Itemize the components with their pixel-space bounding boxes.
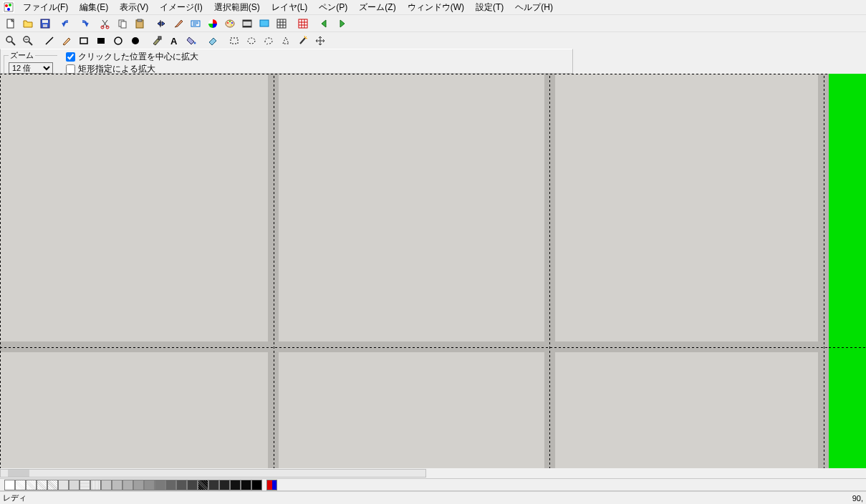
save-button[interactable] [37,16,53,32]
pattern-swatch[interactable] [144,480,155,490]
svg-rect-11 [121,21,126,28]
pattern-swatch[interactable] [112,480,122,490]
svg-rect-24 [260,20,269,26]
prev-button[interactable] [317,16,332,32]
menu-image[interactable]: イメージ(I) [154,0,208,15]
redo-button[interactable] [76,16,92,32]
check-center-zoom-input[interactable] [66,52,75,62]
screen-button[interactable] [256,16,272,32]
status-bar: レディ 90, [0,491,866,504]
fill-rect-tool[interactable] [93,33,109,49]
pattern-swatch[interactable] [69,480,80,490]
pattern-swatch[interactable] [58,480,69,490]
svg-point-41 [248,38,255,44]
menu-window[interactable]: ウィンドウ(W) [402,0,470,15]
lasso-tool[interactable] [261,33,276,49]
grid-button[interactable] [295,16,311,32]
pattern-swatch[interactable] [241,480,251,490]
bucket-tool[interactable] [183,33,199,49]
toolbar-separator [93,16,96,31]
svg-point-3 [7,8,10,11]
pattern-swatch[interactable] [47,480,58,490]
app-icon [3,1,14,13]
color-swatch-current[interactable] [266,480,277,490]
zoom-tool[interactable] [3,33,19,49]
next-button[interactable] [334,16,350,32]
text-button[interactable] [188,16,203,32]
cut-button[interactable] [97,16,113,32]
menu-edit[interactable]: 編集(E) [74,0,114,15]
toolbar-separator [222,34,225,48]
brush-button[interactable] [170,16,186,32]
pattern-swatch[interactable] [165,480,176,490]
hammer-tool[interactable] [149,33,165,49]
svg-point-18 [229,21,231,22]
svg-point-20 [231,24,232,26]
pattern-swatch[interactable] [101,480,112,490]
pattern-swatch[interactable] [187,480,198,490]
layers-button[interactable] [274,16,289,32]
menu-settings[interactable]: 設定(T) [470,0,509,15]
toolbar-main [0,14,866,32]
circle-tool[interactable] [110,33,126,49]
svg-point-17 [227,22,228,24]
menu-view[interactable]: 表示(V) [114,0,154,15]
pattern-swatch[interactable] [4,480,15,490]
select-ellipse-tool[interactable] [244,33,259,49]
zoom-out-tool[interactable] [20,33,36,49]
rect-tool[interactable] [76,33,92,49]
pattern-swatch[interactable] [37,480,47,490]
pattern-swatch[interactable] [198,480,208,490]
pattern-swatch[interactable] [90,480,101,490]
status-coords: 90, [852,494,863,503]
pattern-swatch[interactable] [230,480,241,490]
grid-line [549,74,550,468]
menu-zoom[interactable]: ズーム(Z) [353,0,401,15]
eraser-tool[interactable] [205,33,221,49]
line-tool[interactable] [42,33,57,49]
open-file-button[interactable] [20,16,36,32]
zoom-group: ズーム 12 倍 [4,50,57,76]
horizontal-scrollbar[interactable] [0,469,426,478]
undo-button[interactable] [59,16,74,32]
menu-file[interactable]: ファイル(F) [17,0,74,15]
svg-line-30 [29,42,32,45]
status-ready: レディ [3,493,27,503]
magic-wand-tool[interactable] [295,33,311,49]
menu-pen[interactable]: ペン(P) [313,0,353,15]
svg-rect-26 [299,19,307,28]
svg-rect-25 [277,19,286,28]
canvas-area[interactable] [0,74,866,468]
pattern-swatch[interactable] [80,480,90,490]
pattern-swatch[interactable] [26,480,37,490]
menu-select[interactable]: 選択範囲(S) [208,0,266,15]
pattern-swatch[interactable] [208,480,219,490]
pattern-swatch[interactable] [176,480,187,490]
film-button[interactable] [239,16,255,32]
pattern-swatch[interactable] [122,480,133,490]
pen-tool[interactable] [59,33,74,49]
move-tool[interactable] [312,33,328,49]
fill-circle-tool[interactable] [128,33,143,49]
palette-button[interactable] [222,16,238,32]
menu-help[interactable]: ヘルプ(H) [509,0,559,15]
pattern-swatch[interactable] [219,480,230,490]
flip-h-button[interactable] [153,16,169,32]
select-rect-tool[interactable] [226,33,242,49]
pattern-swatch-black[interactable] [251,480,262,490]
pattern-swatch[interactable] [15,480,26,490]
menu-layer[interactable]: レイヤ(L) [266,0,314,15]
pattern-swatch[interactable] [155,480,165,490]
zoom-select[interactable]: 12 倍 [9,62,53,74]
toolbar-separator [54,16,57,31]
color-adjust-button[interactable] [205,16,221,32]
text-tool[interactable]: A [166,33,182,49]
scrollbar-thumb[interactable] [8,470,29,477]
paste-button[interactable] [132,16,148,32]
pattern-swatch[interactable] [133,480,144,490]
check-rect-zoom-input[interactable] [66,64,75,74]
select-poly-tool[interactable] [278,33,294,49]
copy-button[interactable] [115,16,130,32]
check-center-zoom[interactable]: クリックした位置を中心に拡大 [66,51,198,63]
new-file-button[interactable] [3,16,19,32]
